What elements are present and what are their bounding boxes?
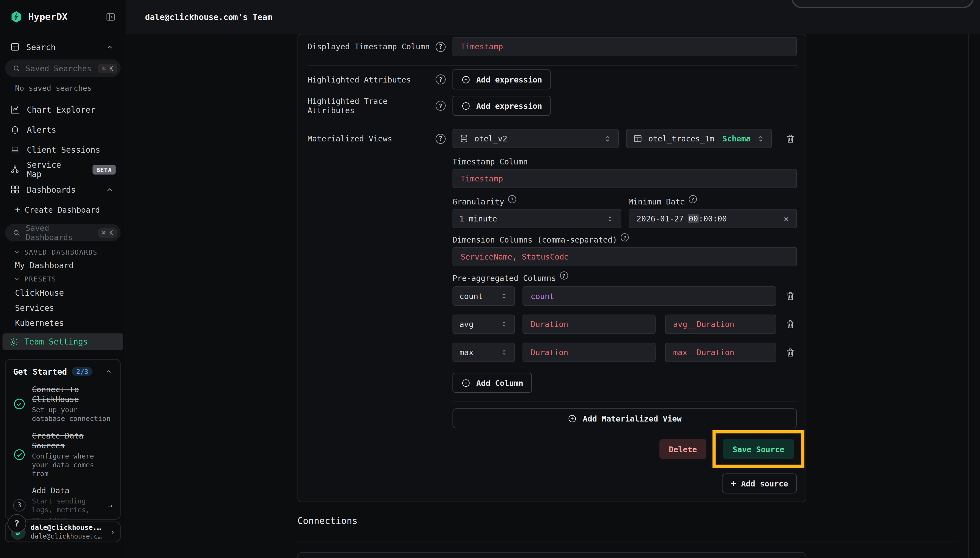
get-started-header[interactable]: Get Started 2/3: [13, 366, 113, 377]
section-presets[interactable]: PRESETS: [0, 275, 126, 283]
create-dashboard-button[interactable]: + Create Dashboard: [0, 204, 126, 215]
sidebar-item-chart-explorer[interactable]: Chart Explorer: [0, 100, 126, 118]
field-control: otel_v2 otel_traces_1m Schema: [453, 129, 797, 148]
pre-aggregated-row: avg Duration avg__Duration: [453, 315, 797, 334]
alias-input[interactable]: avg__Duration: [665, 315, 776, 334]
sidebar-item-services[interactable]: Services: [0, 301, 126, 315]
get-started-item-text: Connect to ClickHouse Set up your databa…: [32, 384, 112, 423]
help-icon[interactable]: ?: [689, 195, 697, 204]
sidebar-item-client-sessions[interactable]: Client Sessions: [0, 141, 126, 158]
sidebar-item-service-map[interactable]: Service Map BETA: [0, 161, 126, 178]
timestamp-column-input[interactable]: Timestamp: [453, 169, 797, 188]
sidebar-item-search[interactable]: Search: [0, 39, 126, 55]
sidebar-nav: Chart Explorer Alerts Client Sessions Se…: [0, 100, 126, 198]
beta-badge: BETA: [93, 165, 116, 174]
add-expression-button[interactable]: Add expression: [453, 96, 551, 116]
expression-input[interactable]: Duration: [523, 343, 656, 362]
clear-date-icon[interactable]: ✕: [784, 214, 789, 223]
sidebar-item-team-settings[interactable]: Team Settings: [2, 333, 123, 350]
highlighted-attributes-row: Highlighted Attributes ? Add expression: [308, 69, 797, 89]
hyperdx-logo-icon: [10, 11, 23, 23]
delete-column-button[interactable]: [783, 289, 797, 303]
form-actions: Delete Save Source: [453, 430, 797, 468]
add-expression-button[interactable]: Add expression: [453, 69, 551, 89]
main-area: dale@clickhouse.com's Team Displayed Tim…: [126, 0, 980, 558]
table-select[interactable]: otel_traces_1m Schema: [627, 129, 772, 148]
help-icon[interactable]: ?: [435, 75, 446, 85]
get-started-item-sources[interactable]: Create Data Sources Configure where your…: [13, 431, 113, 479]
get-started-item-add-data[interactable]: 3 Add Data Start sending logs, metrics, …: [13, 486, 113, 520]
search-icon: [13, 64, 21, 72]
pre-aggregated-row: count count: [453, 286, 797, 306]
field-label-cell: Displayed Timestamp Column ?: [308, 42, 453, 52]
field-label-cell: Highlighted Attributes ?: [308, 75, 453, 85]
aggregate-fn-select[interactable]: avg: [453, 315, 515, 334]
table-icon: [633, 134, 643, 143]
delete-column-button[interactable]: [783, 346, 797, 359]
gear-icon: [9, 337, 19, 347]
selected-time-segment[interactable]: 00: [688, 214, 699, 223]
select-value: otel_v2: [474, 134, 598, 143]
aggregate-fn-select[interactable]: max: [453, 343, 515, 362]
saved-dashboards-input[interactable]: Saved Dashboards ⌘ K: [5, 224, 121, 241]
select-chevrons-icon: [500, 292, 508, 300]
expression-input[interactable]: count: [523, 286, 776, 306]
field-label: Materialized Views: [308, 134, 392, 143]
get-started-item-text: Create Data Sources Configure where your…: [32, 431, 112, 479]
chevron-down-icon: [14, 276, 20, 282]
source-settings-card: Displayed Timestamp Column ? Timestamp H…: [298, 34, 806, 502]
alias-input[interactable]: max__Duration: [665, 343, 776, 362]
help-icon[interactable]: ?: [621, 233, 629, 241]
add-source-button[interactable]: + Add source: [722, 473, 797, 493]
laptop-icon: [10, 144, 20, 154]
sidebar-item-my-dashboard[interactable]: My Dashboard: [0, 259, 126, 271]
granularity-select[interactable]: 1 minute: [453, 209, 621, 228]
sidebar-collapse-icon[interactable]: [104, 11, 117, 23]
add-materialized-view-button[interactable]: Add Materialized View: [453, 409, 797, 428]
delete-materialized-view-button[interactable]: [783, 131, 797, 145]
chevron-up-icon[interactable]: [103, 183, 116, 196]
database-select[interactable]: otel_v2: [453, 129, 619, 148]
chevron-up-icon[interactable]: [103, 41, 116, 53]
preset-label: Services: [15, 303, 54, 312]
field-label: Highlighted Trace Attributes: [308, 96, 436, 115]
plus-circle-icon: [568, 414, 577, 423]
sidebar-item-dashboards[interactable]: Dashboards: [0, 181, 126, 198]
help-icon[interactable]: ?: [508, 195, 516, 204]
dimension-columns-input[interactable]: ServiceName, StatusCode: [453, 247, 797, 266]
select-chevrons-icon: [500, 348, 508, 356]
save-source-button[interactable]: Save Source: [723, 439, 794, 459]
aggregate-fn-select[interactable]: count: [453, 286, 515, 306]
granularity-label: Granularity ?: [453, 197, 621, 206]
help-icon[interactable]: ?: [435, 100, 446, 111]
add-column-button[interactable]: Add Column: [453, 373, 532, 393]
sidebar-item-alerts[interactable]: Alerts: [0, 121, 126, 138]
plus-icon: +: [15, 204, 20, 215]
sidebar-item-clickhouse[interactable]: ClickHouse: [0, 286, 126, 300]
delete-source-button[interactable]: Delete: [659, 439, 707, 459]
divider: [308, 65, 797, 66]
no-saved-searches-text: No saved searches: [0, 84, 126, 93]
help-icon[interactable]: ?: [435, 42, 446, 52]
input-value: count: [530, 291, 554, 300]
help-button[interactable]: ?: [7, 514, 26, 533]
content-right-divider: [968, 34, 969, 557]
help-icon[interactable]: ?: [560, 271, 568, 279]
expression-input[interactable]: Duration: [523, 315, 656, 334]
divider: [298, 542, 955, 542]
pre-aggregated-row: max Duration max__Duration: [453, 343, 797, 362]
help-icon[interactable]: ?: [435, 133, 446, 144]
saved-searches-input[interactable]: Saved Searches ⌘ K: [5, 59, 121, 77]
displayed-timestamp-input[interactable]: Timestamp: [453, 37, 797, 56]
input-value: ServiceName, StatusCode: [461, 252, 569, 261]
get-started-item-connect[interactable]: Connect to ClickHouse Set up your databa…: [13, 384, 113, 423]
trash-icon: [785, 133, 795, 144]
schema-link[interactable]: Schema: [723, 134, 751, 143]
minimum-date-input[interactable]: 2026-01-27 00 :00:00 ✕: [628, 209, 797, 228]
time-value: :00:00: [699, 214, 727, 223]
date-value: 2026-01-27: [636, 214, 684, 223]
sidebar-item-kubernetes[interactable]: Kubernetes: [0, 316, 126, 330]
section-saved-dashboards[interactable]: SAVED DASHBOARDS: [0, 248, 126, 256]
chevron-up-icon[interactable]: [105, 368, 112, 375]
delete-column-button[interactable]: [783, 317, 797, 331]
